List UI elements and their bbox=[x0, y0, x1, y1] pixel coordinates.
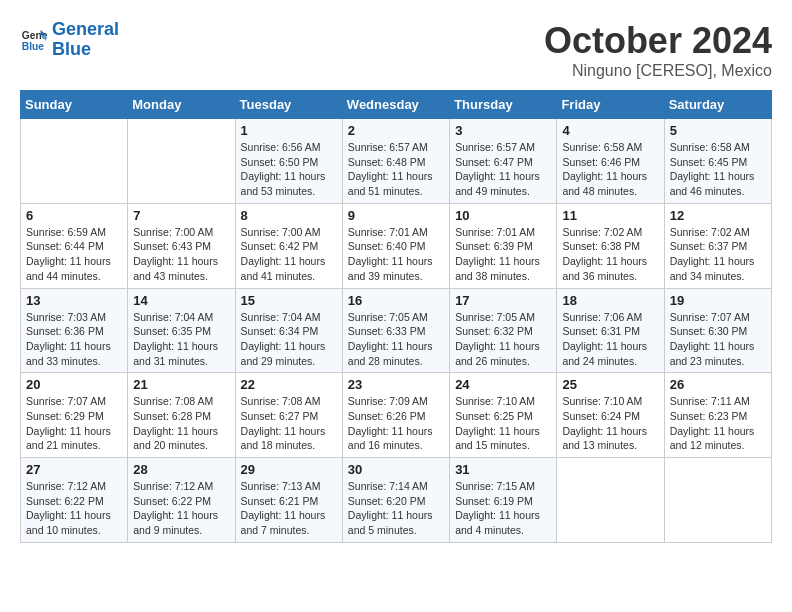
calendar-cell: 11Sunrise: 7:02 AM Sunset: 6:38 PM Dayli… bbox=[557, 203, 664, 288]
day-info: Sunrise: 7:15 AM Sunset: 6:19 PM Dayligh… bbox=[455, 479, 551, 538]
day-number: 8 bbox=[241, 208, 337, 223]
calendar-cell: 6Sunrise: 6:59 AM Sunset: 6:44 PM Daylig… bbox=[21, 203, 128, 288]
day-info: Sunrise: 6:58 AM Sunset: 6:46 PM Dayligh… bbox=[562, 140, 658, 199]
weekday-header-monday: Monday bbox=[128, 91, 235, 119]
day-number: 29 bbox=[241, 462, 337, 477]
calendar-cell: 2Sunrise: 6:57 AM Sunset: 6:48 PM Daylig… bbox=[342, 119, 449, 204]
day-number: 11 bbox=[562, 208, 658, 223]
day-number: 5 bbox=[670, 123, 766, 138]
calendar-cell: 29Sunrise: 7:13 AM Sunset: 6:21 PM Dayli… bbox=[235, 458, 342, 543]
calendar-cell: 24Sunrise: 7:10 AM Sunset: 6:25 PM Dayli… bbox=[450, 373, 557, 458]
day-info: Sunrise: 7:02 AM Sunset: 6:38 PM Dayligh… bbox=[562, 225, 658, 284]
day-number: 27 bbox=[26, 462, 122, 477]
weekday-header-friday: Friday bbox=[557, 91, 664, 119]
calendar-cell: 13Sunrise: 7:03 AM Sunset: 6:36 PM Dayli… bbox=[21, 288, 128, 373]
day-number: 20 bbox=[26, 377, 122, 392]
calendar-cell bbox=[557, 458, 664, 543]
weekday-header-saturday: Saturday bbox=[664, 91, 771, 119]
day-info: Sunrise: 7:10 AM Sunset: 6:24 PM Dayligh… bbox=[562, 394, 658, 453]
logo-text: GeneralBlue bbox=[52, 20, 119, 60]
day-number: 19 bbox=[670, 293, 766, 308]
day-info: Sunrise: 7:05 AM Sunset: 6:32 PM Dayligh… bbox=[455, 310, 551, 369]
day-info: Sunrise: 7:08 AM Sunset: 6:27 PM Dayligh… bbox=[241, 394, 337, 453]
calendar-cell: 10Sunrise: 7:01 AM Sunset: 6:39 PM Dayli… bbox=[450, 203, 557, 288]
day-info: Sunrise: 7:07 AM Sunset: 6:30 PM Dayligh… bbox=[670, 310, 766, 369]
day-info: Sunrise: 7:00 AM Sunset: 6:43 PM Dayligh… bbox=[133, 225, 229, 284]
weekday-header-wednesday: Wednesday bbox=[342, 91, 449, 119]
day-info: Sunrise: 7:12 AM Sunset: 6:22 PM Dayligh… bbox=[26, 479, 122, 538]
calendar-cell bbox=[664, 458, 771, 543]
day-info: Sunrise: 7:14 AM Sunset: 6:20 PM Dayligh… bbox=[348, 479, 444, 538]
calendar-week-5: 27Sunrise: 7:12 AM Sunset: 6:22 PM Dayli… bbox=[21, 458, 772, 543]
day-info: Sunrise: 7:02 AM Sunset: 6:37 PM Dayligh… bbox=[670, 225, 766, 284]
weekday-header-tuesday: Tuesday bbox=[235, 91, 342, 119]
day-info: Sunrise: 7:08 AM Sunset: 6:28 PM Dayligh… bbox=[133, 394, 229, 453]
calendar-week-2: 6Sunrise: 6:59 AM Sunset: 6:44 PM Daylig… bbox=[21, 203, 772, 288]
calendar-cell: 1Sunrise: 6:56 AM Sunset: 6:50 PM Daylig… bbox=[235, 119, 342, 204]
calendar-cell: 3Sunrise: 6:57 AM Sunset: 6:47 PM Daylig… bbox=[450, 119, 557, 204]
day-number: 4 bbox=[562, 123, 658, 138]
day-info: Sunrise: 7:05 AM Sunset: 6:33 PM Dayligh… bbox=[348, 310, 444, 369]
day-info: Sunrise: 7:06 AM Sunset: 6:31 PM Dayligh… bbox=[562, 310, 658, 369]
day-number: 25 bbox=[562, 377, 658, 392]
day-number: 21 bbox=[133, 377, 229, 392]
day-number: 17 bbox=[455, 293, 551, 308]
day-number: 7 bbox=[133, 208, 229, 223]
day-info: Sunrise: 7:13 AM Sunset: 6:21 PM Dayligh… bbox=[241, 479, 337, 538]
calendar-cell: 14Sunrise: 7:04 AM Sunset: 6:35 PM Dayli… bbox=[128, 288, 235, 373]
calendar-cell: 31Sunrise: 7:15 AM Sunset: 6:19 PM Dayli… bbox=[450, 458, 557, 543]
svg-text:Blue: Blue bbox=[22, 41, 45, 52]
calendar-table: SundayMondayTuesdayWednesdayThursdayFrid… bbox=[20, 90, 772, 543]
calendar-cell: 19Sunrise: 7:07 AM Sunset: 6:30 PM Dayli… bbox=[664, 288, 771, 373]
day-info: Sunrise: 7:04 AM Sunset: 6:34 PM Dayligh… bbox=[241, 310, 337, 369]
calendar-cell: 9Sunrise: 7:01 AM Sunset: 6:40 PM Daylig… bbox=[342, 203, 449, 288]
day-number: 31 bbox=[455, 462, 551, 477]
day-info: Sunrise: 7:09 AM Sunset: 6:26 PM Dayligh… bbox=[348, 394, 444, 453]
day-number: 15 bbox=[241, 293, 337, 308]
day-info: Sunrise: 7:11 AM Sunset: 6:23 PM Dayligh… bbox=[670, 394, 766, 453]
day-info: Sunrise: 6:57 AM Sunset: 6:48 PM Dayligh… bbox=[348, 140, 444, 199]
weekday-header-sunday: Sunday bbox=[21, 91, 128, 119]
day-number: 2 bbox=[348, 123, 444, 138]
day-info: Sunrise: 7:12 AM Sunset: 6:22 PM Dayligh… bbox=[133, 479, 229, 538]
calendar-cell bbox=[21, 119, 128, 204]
day-info: Sunrise: 7:01 AM Sunset: 6:40 PM Dayligh… bbox=[348, 225, 444, 284]
weekday-header-thursday: Thursday bbox=[450, 91, 557, 119]
title-block: October 2024 Ninguno [CERESO], Mexico bbox=[544, 20, 772, 80]
day-info: Sunrise: 6:58 AM Sunset: 6:45 PM Dayligh… bbox=[670, 140, 766, 199]
calendar-cell: 27Sunrise: 7:12 AM Sunset: 6:22 PM Dayli… bbox=[21, 458, 128, 543]
day-number: 18 bbox=[562, 293, 658, 308]
calendar-cell: 4Sunrise: 6:58 AM Sunset: 6:46 PM Daylig… bbox=[557, 119, 664, 204]
day-number: 12 bbox=[670, 208, 766, 223]
calendar-header: SundayMondayTuesdayWednesdayThursdayFrid… bbox=[21, 91, 772, 119]
calendar-cell: 5Sunrise: 6:58 AM Sunset: 6:45 PM Daylig… bbox=[664, 119, 771, 204]
day-info: Sunrise: 6:59 AM Sunset: 6:44 PM Dayligh… bbox=[26, 225, 122, 284]
day-info: Sunrise: 7:10 AM Sunset: 6:25 PM Dayligh… bbox=[455, 394, 551, 453]
day-number: 22 bbox=[241, 377, 337, 392]
calendar-cell: 23Sunrise: 7:09 AM Sunset: 6:26 PM Dayli… bbox=[342, 373, 449, 458]
day-number: 24 bbox=[455, 377, 551, 392]
calendar-cell: 28Sunrise: 7:12 AM Sunset: 6:22 PM Dayli… bbox=[128, 458, 235, 543]
calendar-cell: 21Sunrise: 7:08 AM Sunset: 6:28 PM Dayli… bbox=[128, 373, 235, 458]
month-title: October 2024 bbox=[544, 20, 772, 62]
calendar-cell: 12Sunrise: 7:02 AM Sunset: 6:37 PM Dayli… bbox=[664, 203, 771, 288]
day-info: Sunrise: 6:56 AM Sunset: 6:50 PM Dayligh… bbox=[241, 140, 337, 199]
calendar-cell: 18Sunrise: 7:06 AM Sunset: 6:31 PM Dayli… bbox=[557, 288, 664, 373]
calendar-cell: 30Sunrise: 7:14 AM Sunset: 6:20 PM Dayli… bbox=[342, 458, 449, 543]
day-number: 30 bbox=[348, 462, 444, 477]
day-number: 23 bbox=[348, 377, 444, 392]
day-info: Sunrise: 7:03 AM Sunset: 6:36 PM Dayligh… bbox=[26, 310, 122, 369]
day-info: Sunrise: 7:04 AM Sunset: 6:35 PM Dayligh… bbox=[133, 310, 229, 369]
day-number: 13 bbox=[26, 293, 122, 308]
calendar-cell: 16Sunrise: 7:05 AM Sunset: 6:33 PM Dayli… bbox=[342, 288, 449, 373]
day-number: 3 bbox=[455, 123, 551, 138]
location-subtitle: Ninguno [CERESO], Mexico bbox=[544, 62, 772, 80]
day-info: Sunrise: 6:57 AM Sunset: 6:47 PM Dayligh… bbox=[455, 140, 551, 199]
day-number: 1 bbox=[241, 123, 337, 138]
day-number: 16 bbox=[348, 293, 444, 308]
calendar-cell: 20Sunrise: 7:07 AM Sunset: 6:29 PM Dayli… bbox=[21, 373, 128, 458]
day-info: Sunrise: 7:01 AM Sunset: 6:39 PM Dayligh… bbox=[455, 225, 551, 284]
logo: General Blue GeneralBlue bbox=[20, 20, 119, 60]
day-number: 14 bbox=[133, 293, 229, 308]
calendar-cell: 26Sunrise: 7:11 AM Sunset: 6:23 PM Dayli… bbox=[664, 373, 771, 458]
